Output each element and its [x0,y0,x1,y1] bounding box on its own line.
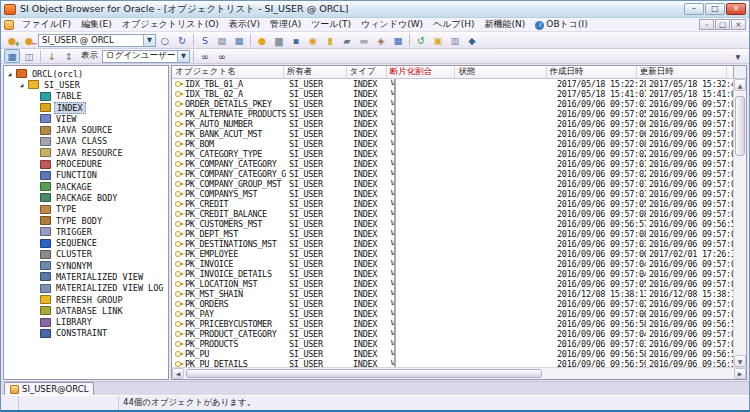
tree-item-table[interactable]: TABLE [4,91,168,102]
column-header-owner[interactable]: 所有者 [284,66,347,78]
connect-session-icon[interactable]: ●+ [4,33,20,47]
sort-name-icon[interactable]: ↕ [61,49,77,63]
table-row[interactable]: PK_ALTERNATE_PRODUCTSSI_USERINDEX0%2016/… [172,109,733,119]
table-row[interactable]: PK_DEPT_MSTSI_USERINDEX0%2016/09/06 09:5… [172,229,733,239]
menu-item-9[interactable]: 新機能(N) [480,18,531,31]
vertical-scroll-thumb[interactable] [735,96,745,156]
table-row[interactable]: PK_PRODUCTSSI_USERINDEX0%2016/09/06 09:5… [172,339,733,349]
mdi-minimize-button[interactable]: – [699,19,714,30]
table-row[interactable]: PK_CREDIT_BALANCESI_USERINDEX0%2016/09/0… [172,209,733,219]
folder-icon[interactable]: ▣ [430,33,446,47]
table-row[interactable]: PK_COMPANY_GROUP_MSTSI_USERINDEX0%2016/0… [172,179,733,189]
table-row[interactable]: PK_AUTO_NUMBERSI_USERINDEX0%2016/09/06 0… [172,119,733,129]
column-header-name[interactable]: オブジェクト名 [172,66,284,78]
collapse-icon[interactable]: ◢ [6,70,13,77]
menu-item-5[interactable]: 管理(A) [265,18,306,31]
disabled-tool-icon[interactable]: ▬ [356,33,372,47]
table-row[interactable]: ORDER_DETAILS_PKEYSI_USERINDEX0%2016/09/… [172,99,733,109]
table-row[interactable]: PK_DESTINATIONS_MSTSI_USERINDEX0%2016/09… [172,239,733,249]
tree-item-database-link[interactable]: DATABASE LINK [4,305,168,316]
table-row[interactable]: PK_COMPANY_CATEGORY_G...SI_USERINDEX0%20… [172,169,733,179]
table-row[interactable]: PK_INVOICE_DETAILSSI_USERINDEX0%2016/09/… [172,269,733,279]
find-icon[interactable]: ∞ [197,49,213,63]
column-header-type[interactable]: タイプ [347,66,387,78]
table-row[interactable]: PK_MST_SHAINSI_USERINDEX0%2016/12/08 15:… [172,289,733,299]
tree-item-synonym[interactable]: SYNONYM [4,260,168,271]
column-header-frag[interactable]: 断片化割合 [387,66,456,78]
horizontal-scrollbar[interactable]: ◀ ▶ [172,367,746,379]
table-row[interactable]: PK_COMPANY_CATEGORYSI_USERINDEX0%2016/09… [172,159,733,169]
package-cube-icon[interactable]: ◈ [373,33,389,47]
tree-item-java-class[interactable]: JAVA CLASS [4,136,168,147]
data-grid-icon[interactable]: ▦ [231,33,247,47]
close-button[interactable]: × [726,3,746,15]
display-filter-combo[interactable]: ログインユーザー▼ [102,50,190,63]
menu-item-2[interactable]: 編集(E) [76,18,117,31]
database-icon[interactable]: ▆ [271,33,287,47]
tree-item-library[interactable]: LIBRARY [4,317,168,328]
disconnect-session-icon[interactable]: ●− [21,33,37,47]
user-icon[interactable]: ● [254,33,270,47]
tree-item-package[interactable]: PACKAGE [4,181,168,192]
find-next-icon[interactable]: ∞ [214,49,230,63]
tree-item-java-source[interactable]: JAVA SOURCE [4,124,168,135]
table-row[interactable]: PK_CATEGORY_TYPESI_USERINDEX0%2016/09/06… [172,149,733,159]
scroll-right-icon[interactable]: ▶ [734,368,746,379]
tree-item-function[interactable]: FUNCTION [4,170,168,181]
table-row[interactable]: PK_BANK_ACUT_MSTSI_USERINDEX0%2016/09/06… [172,129,733,139]
menu-item-6[interactable]: ツール(T) [306,18,356,31]
mdi-close-button[interactable]: × [731,19,746,30]
menu-item-10[interactable]: iOBトコ(I) [530,18,592,31]
tree-item-orcl-orcl-[interactable]: ◢ORCL(orcl) [4,68,168,79]
table-row[interactable]: IDX_TBL_02_ASI_USERINDEX15%2017/05/18 15… [172,89,733,99]
tree-item-view[interactable]: VIEW [4,113,168,124]
mdi-child-icon[interactable] [4,20,14,30]
table-row[interactable]: PK_ORDERSSI_USERINDEX0%2016/09/06 09:57:… [172,299,733,309]
chevron-down-icon[interactable]: ▼ [177,51,189,62]
chevron-down-icon[interactable]: ▼ [143,35,155,46]
column-header-status[interactable]: 状態 [455,66,546,78]
ob-tool-icon[interactable]: ◆ [464,33,480,47]
lock-icon[interactable]: ◉ [305,33,321,47]
list-view-icon[interactable]: ▦ [4,49,20,63]
file-icon[interactable]: ▰ [339,33,355,47]
title-bar[interactable]: SI Object Browser for Oracle - [オブジェクトリス… [1,1,749,18]
grid-blue-icon[interactable]: ▦ [390,33,406,47]
session-monitor-icon[interactable]: ▪ [288,33,304,47]
session-tab[interactable]: SI_USER@ORCL [4,382,94,395]
table-row[interactable]: PK_CREDITSI_USERINDEX0%2016/09/06 09:57:… [172,199,733,209]
collapse-icon[interactable]: ◢ [18,81,25,88]
table-row[interactable]: IDX_TBL_01_ASI_USERINDEX50%2017/05/18 15… [172,79,733,89]
mdi-restore-button[interactable]: □ [715,19,730,30]
table-row[interactable]: PK_COMPANYS_MSTSI_USERINDEX0%2016/09/06 … [172,189,733,199]
script-icon[interactable]: ▤ [214,33,230,47]
vertical-scrollbar[interactable]: ▲ ▼ [733,79,746,367]
horizontal-scroll-thumb[interactable] [186,369,542,378]
table-row[interactable]: PK_PRICEBYCUSTOMERSI_USERINDEX0%2016/09/… [172,319,733,329]
stop-icon[interactable]: ○ [157,33,173,47]
minimize-button[interactable]: – [684,3,704,15]
tree-item-si-user[interactable]: ◢SI_USER [4,79,168,90]
tree-item-trigger[interactable]: TRIGGER [4,226,168,237]
tree-item-type[interactable]: TYPE [4,204,168,215]
table-row[interactable]: PK_LOCATION_MSTSI_USERINDEX0%2016/09/06 … [172,279,733,289]
tree-item-sequence[interactable]: SEQUENCE [4,237,168,248]
column-header-updated[interactable]: 更新日時 [637,66,727,78]
tree-item-constraint[interactable]: CONSTRAINT [4,328,168,339]
sort-owner-icon[interactable]: ↓ [44,49,60,63]
tree-item-package-body[interactable]: PACKAGE BODY [4,192,168,203]
table-row[interactable]: PK_PRODUCT_CATEGORYSI_USERINDEX0%2016/09… [172,329,733,339]
refresh-icon[interactable]: ↻ [174,33,190,47]
menu-item-7[interactable]: ウィンドウ(W) [356,18,428,31]
table-row[interactable]: PK_EMPLOYEESI_USERINDEX0%2016/09/06 09:5… [172,249,733,259]
tree-item-type-body[interactable]: TYPE BODY [4,215,168,226]
toolbar-overflow-icon[interactable]: ▾ [730,49,746,63]
session-combo[interactable]: SI_USER @ ORCL▼ [38,34,156,47]
cascade-view-icon[interactable]: ◫ [21,49,37,63]
menu-item-8[interactable]: ヘルプ(H) [428,18,479,31]
tree-item-refresh-group[interactable]: REFRESH GROUP [4,294,168,305]
table-row[interactable]: PK_PAYSI_USERINDEX0%2016/09/06 09:57:002… [172,309,733,319]
table-row[interactable]: PK_CUSTOMERS_MSTSI_USERINDEX0%2016/09/06… [172,219,733,229]
sql-editor-icon[interactable]: S [197,33,213,47]
table-row[interactable]: PK_BOMSI_USERINDEX0%2016/09/06 09:57:082… [172,139,733,149]
